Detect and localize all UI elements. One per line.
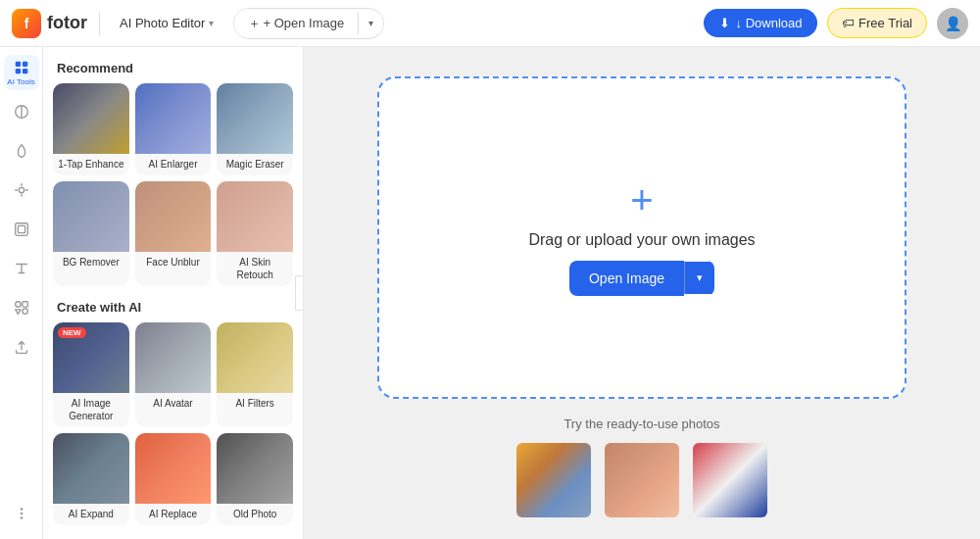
tool-expand-image	[53, 433, 129, 504]
adjust-icon	[13, 103, 30, 121]
tool-imggen-label: AI Image Generator	[53, 393, 129, 427]
canvas-open-image-caret-btn[interactable]: ▾	[684, 262, 714, 294]
header-right: ⬇ ↓ Download 🏷 Free Trial 👤	[704, 8, 968, 39]
tool-filters[interactable]: AI Filters	[217, 322, 293, 427]
svg-rect-2	[15, 69, 20, 74]
canvas-open-image-button[interactable]: Open Image	[569, 261, 684, 296]
tool-bgremove[interactable]: BG Remover	[53, 181, 129, 286]
open-image-label: + Open Image	[263, 16, 344, 30]
canvas-area: + Drag or upload your own images Open Im…	[304, 47, 980, 539]
ready-label: Try the ready-to-use photos	[564, 416, 719, 431]
svg-rect-8	[18, 225, 24, 232]
sample-photo-1[interactable]	[514, 441, 593, 519]
tool-faceblur[interactable]: Face Unblur	[135, 181, 212, 286]
tool-oldphoto-label: Old Photo	[217, 504, 293, 525]
sidebar-item-beauty[interactable]	[4, 133, 39, 169]
sidebar-item-upload[interactable]	[4, 329, 39, 365]
sidebar-item-adjust[interactable]	[4, 94, 39, 129]
header-divider	[99, 12, 100, 35]
sample-photo-1-image	[516, 443, 591, 517]
tool-expand[interactable]: AI Expand	[53, 433, 129, 525]
more-icon	[13, 505, 30, 522]
tool-replace-image	[135, 433, 212, 504]
upload-text: Drag or upload your own images	[528, 231, 755, 249]
upload-plus-icon: +	[630, 180, 653, 220]
tool-eraser-image	[217, 83, 293, 154]
main-layout: AI Tools	[0, 47, 980, 539]
frames-icon	[13, 220, 30, 238]
sidebar-item-ai-tools[interactable]: AI Tools	[4, 55, 39, 90]
sample-photo-2[interactable]	[603, 441, 681, 519]
tool-filters-image	[217, 322, 293, 393]
sidebar-item-more[interactable]	[4, 496, 39, 531]
elements-icon	[13, 299, 30, 317]
tool-imggen[interactable]: NEW AI Image Generator	[53, 322, 129, 427]
svg-point-15	[20, 516, 23, 519]
svg-point-10	[15, 302, 20, 307]
free-trial-label: 🏷 Free Trial	[842, 16, 912, 30]
free-trial-button[interactable]: 🏷 Free Trial	[827, 8, 927, 38]
tool-filters-label: AI Filters	[217, 393, 293, 415]
app-name-button[interactable]: AI Photo Editor ▾	[112, 12, 221, 34]
ai-tools-icon	[13, 59, 30, 76]
sidebar-icons: AI Tools	[0, 47, 43, 539]
svg-point-6	[19, 187, 24, 192]
recommend-tools-grid: 1-Tap Enhance AI Enlarger Magic Eraser B…	[43, 83, 303, 286]
tool-1tap[interactable]: 1-Tap Enhance	[53, 83, 129, 175]
header: f fotor AI Photo Editor ▾ ＋ + Open Image…	[0, 0, 980, 47]
svg-rect-11	[22, 302, 26, 307]
new-badge: NEW	[58, 327, 86, 338]
tool-replace[interactable]: AI Replace	[135, 433, 212, 525]
tool-skinretouch-image	[217, 181, 293, 252]
tool-oldphoto-image	[217, 433, 293, 504]
app-name-caret-icon: ▾	[209, 18, 214, 28]
logo-text: fotor	[47, 13, 87, 33]
svg-rect-7	[15, 223, 27, 236]
download-button[interactable]: ⬇ ↓ Download	[704, 9, 818, 37]
tool-eraser-label: Magic Eraser	[217, 154, 293, 175]
tool-oldphoto[interactable]: Old Photo	[217, 433, 293, 525]
download-icon: ⬇	[719, 16, 730, 30]
avatar-button[interactable]: 👤	[937, 8, 968, 39]
tool-avatar[interactable]: AI Avatar	[135, 322, 212, 427]
tool-enlarger[interactable]: AI Enlarger	[135, 83, 212, 175]
ai-tools-label: AI Tools	[7, 78, 34, 86]
tool-skinretouch[interactable]: AI Skin Retouch	[217, 181, 293, 286]
svg-rect-0	[15, 62, 20, 67]
recommend-section-title: Recommend	[43, 47, 303, 83]
sidebar-item-effects[interactable]	[4, 172, 39, 208]
sidebar-collapse-handle[interactable]: ‹	[295, 275, 304, 311]
tool-bgremove-image	[53, 181, 129, 252]
avatar-icon: 👤	[945, 16, 961, 31]
open-image-main-btn[interactable]: ＋ + Open Image	[234, 9, 358, 38]
tool-bgremove-label: BG Remover	[53, 252, 129, 273]
svg-point-14	[20, 508, 23, 511]
sidebar-item-elements[interactable]	[4, 290, 39, 325]
sidebar-item-frames[interactable]	[4, 212, 39, 247]
collapse-icon: ‹	[302, 288, 304, 299]
sidebar-panel: Recommend 1-Tap Enhance AI Enlarger Magi…	[43, 47, 304, 539]
tool-1tap-label: 1-Tap Enhance	[53, 154, 129, 175]
create-with-ai-section-title: Create with AI	[43, 286, 303, 322]
upload-zone[interactable]: + Drag or upload your own images Open Im…	[377, 76, 906, 399]
open-image-caret-btn[interactable]: ▾	[358, 12, 383, 34]
svg-rect-1	[22, 62, 26, 67]
tool-avatar-image	[135, 322, 212, 393]
tool-enlarger-label: AI Enlarger	[135, 154, 212, 175]
open-image-button[interactable]: ＋ + Open Image ▾	[233, 8, 384, 39]
tool-avatar-label: AI Avatar	[135, 393, 212, 415]
logo: f fotor	[12, 9, 87, 38]
svg-rect-12	[22, 309, 26, 314]
tool-faceblur-image	[135, 181, 212, 252]
logo-icon: f	[12, 9, 41, 38]
svg-point-13	[20, 513, 23, 515]
tool-eraser[interactable]: Magic Eraser	[217, 83, 293, 175]
svg-rect-3	[22, 69, 26, 74]
sample-photo-3[interactable]	[691, 441, 769, 519]
tool-expand-label: AI Expand	[53, 504, 129, 525]
tool-1tap-image	[53, 83, 129, 154]
canvas-open-image-label: Open Image	[589, 270, 664, 286]
sidebar-item-text[interactable]	[4, 251, 39, 286]
canvas-open-image-caret-icon: ▾	[697, 271, 703, 283]
tool-faceblur-label: Face Unblur	[135, 252, 212, 273]
